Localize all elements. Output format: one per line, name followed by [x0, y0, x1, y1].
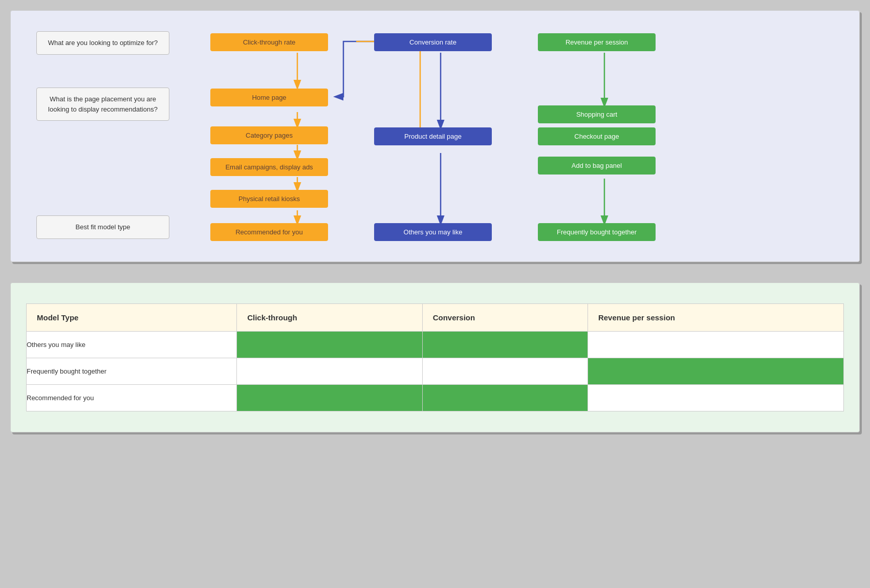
table-row: Recommended for you — [27, 385, 844, 411]
row-clickthrough-cell — [237, 332, 422, 358]
col-revenue: Revenue per session — [588, 304, 843, 332]
row-conversion-cell — [422, 332, 588, 358]
col-model-type: Model Type — [27, 304, 237, 332]
add-to-bag-box: Add to bag panel — [538, 157, 656, 175]
row-label: Frequently bought together — [27, 358, 237, 385]
row-clickthrough-cell — [237, 385, 422, 411]
row-revenue-cell — [588, 385, 843, 411]
others-you-may-like-box: Others you may like — [374, 223, 492, 241]
table-row: Others you may like — [27, 332, 844, 358]
product-detail-box: Product detail page — [374, 127, 492, 145]
recommended-box: Recommended for you — [210, 223, 328, 241]
col-conversion: Conversion — [422, 304, 588, 332]
row-revenue-cell — [588, 332, 843, 358]
physical-box: Physical retail kiosks — [210, 190, 328, 208]
diagram-container: What are you looking to optimize for? Cl… — [10, 10, 860, 262]
row-conversion-cell — [422, 358, 588, 385]
checkout-page-box: Checkout page — [538, 127, 656, 145]
col-clickthrough: Click-through — [237, 304, 422, 332]
category-box: Category pages — [210, 126, 328, 144]
flow-diagram: What are you looking to optimize for? Cl… — [26, 26, 844, 246]
row-clickthrough-cell — [237, 358, 422, 385]
homepage-box: Home page — [210, 89, 328, 106]
table-row: Frequently bought together — [27, 358, 844, 385]
shopping-cart-box: Shopping cart — [538, 105, 656, 123]
clickthrough-box: Click-through rate — [210, 33, 328, 51]
conversion-box: Conversion rate — [374, 33, 492, 51]
row-conversion-cell — [422, 385, 588, 411]
revenue-box: Revenue per session — [538, 33, 656, 51]
table-header-row: Model Type Click-through Conversion Reve… — [27, 304, 844, 332]
table-container: Model Type Click-through Conversion Reve… — [10, 282, 860, 432]
row-revenue-cell — [588, 358, 843, 385]
email-box: Email campaigns, display ads — [210, 158, 328, 176]
frequently-bought-box: Frequently bought together — [538, 223, 656, 241]
question-box-3: Best fit model type — [36, 215, 169, 239]
question-box-2: What is the page placement you are looki… — [36, 88, 169, 121]
row-label: Others you may like — [27, 332, 237, 358]
model-type-table: Model Type Click-through Conversion Reve… — [26, 303, 844, 411]
question-box-1: What are you looking to optimize for? — [36, 31, 169, 55]
row-label: Recommended for you — [27, 385, 237, 411]
